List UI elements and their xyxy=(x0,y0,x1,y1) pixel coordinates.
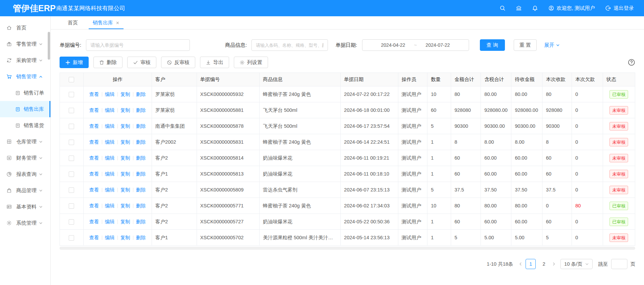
welcome-user[interactable]: 欢迎您, 测试用户 xyxy=(548,5,595,12)
row-action-view[interactable]: 查看 xyxy=(89,171,99,177)
date-range-input[interactable]: 2024-04-22 ~ 2024-07-22 xyxy=(362,39,469,51)
row-action-delete[interactable]: 删除 xyxy=(136,155,146,161)
row-action-view[interactable]: 查看 xyxy=(89,155,99,161)
bank-icon[interactable] xyxy=(516,5,522,11)
row-action-delete[interactable]: 删除 xyxy=(136,91,146,97)
row-checkbox[interactable] xyxy=(69,140,74,145)
close-icon[interactable] xyxy=(116,21,119,25)
sidebar-item-finance[interactable]: 财务管理 xyxy=(0,150,50,166)
unaudit-button[interactable]: 反审核 xyxy=(161,57,195,68)
table-horizontal-scrollbar[interactable] xyxy=(60,247,635,250)
row-checkbox[interactable] xyxy=(69,235,74,241)
row-action-copy[interactable]: 复制 xyxy=(120,155,130,161)
row-action-edit[interactable]: 编辑 xyxy=(105,91,115,97)
row-action-view[interactable]: 查看 xyxy=(89,107,99,113)
sidebar-item-system[interactable]: 系统管理 xyxy=(0,215,50,231)
row-action-view[interactable]: 查看 xyxy=(89,219,99,224)
next-page-icon[interactable] xyxy=(552,262,556,266)
row-action-edit[interactable]: 编辑 xyxy=(105,139,115,145)
row-action-copy[interactable]: 复制 xyxy=(120,235,130,240)
reset-button[interactable]: 重 置 xyxy=(514,39,537,51)
add-button[interactable]: 新增 xyxy=(60,57,89,68)
row-action-edit[interactable]: 编辑 xyxy=(105,123,115,129)
sidebar-item-home[interactable]: 首页 xyxy=(0,20,50,36)
row-checkbox[interactable] xyxy=(69,219,74,225)
row-action-delete[interactable]: 删除 xyxy=(136,139,146,145)
row-action-view[interactable]: 查看 xyxy=(89,123,99,129)
row-action-delete[interactable]: 删除 xyxy=(136,107,146,113)
page-button-1[interactable]: 1 xyxy=(526,259,536,269)
search-icon[interactable] xyxy=(499,5,506,11)
row-action-edit[interactable]: 编辑 xyxy=(105,187,115,192)
chevron-up-icon xyxy=(39,75,43,79)
action-divider xyxy=(102,236,102,240)
row-action-view[interactable]: 查看 xyxy=(89,187,99,192)
row-action-edit[interactable]: 编辑 xyxy=(105,203,115,208)
row-action-edit[interactable]: 编辑 xyxy=(105,235,115,240)
row-action-copy[interactable]: 复制 xyxy=(120,203,130,208)
row-action-edit[interactable]: 编辑 xyxy=(105,107,115,113)
row-actions: 查看编辑复制删除 xyxy=(83,230,152,246)
sidebar-item-retail[interactable]: 零售管理 xyxy=(0,36,50,52)
expand-link[interactable]: 展开 xyxy=(544,42,560,48)
row-action-view[interactable]: 查看 xyxy=(89,203,99,208)
sidebar-item-warehouse[interactable]: 仓库管理 xyxy=(0,134,50,150)
search-button[interactable]: 查 询 xyxy=(480,39,505,51)
bill-no-input[interactable] xyxy=(86,39,190,51)
help-icon[interactable] xyxy=(628,59,635,66)
row-checkbox[interactable] xyxy=(69,187,74,193)
gear-icon xyxy=(240,60,245,65)
delete-button[interactable]: 删除 xyxy=(93,57,123,68)
bell-icon[interactable] xyxy=(532,5,538,11)
row-action-edit[interactable]: 编辑 xyxy=(105,155,115,161)
sidebar-item-sales-order[interactable]: 销售订单 xyxy=(0,85,50,101)
export-button[interactable]: 导出 xyxy=(200,57,229,68)
sidebar-item-basic[interactable]: 基本资料 xyxy=(0,199,50,215)
row-checkbox[interactable] xyxy=(69,124,74,129)
row-action-copy[interactable]: 复制 xyxy=(120,187,130,192)
page-size-select[interactable]: 10 条/页 xyxy=(560,259,592,269)
row-action-copy[interactable]: 复制 xyxy=(120,219,130,224)
select-all-checkbox[interactable] xyxy=(69,77,74,82)
row-checkbox[interactable] xyxy=(69,203,74,209)
row-checkbox[interactable] xyxy=(69,92,74,97)
row-action-delete[interactable]: 删除 xyxy=(136,187,146,192)
sidebar-item-purchase[interactable]: 采购管理 xyxy=(0,52,50,68)
page-button-2[interactable]: 2 xyxy=(539,259,549,269)
logout-button[interactable]: 退出登录 xyxy=(605,5,634,12)
row-action-delete[interactable]: 删除 xyxy=(136,123,146,129)
button-label: 新增 xyxy=(73,59,83,66)
row-action-view[interactable]: 查看 xyxy=(89,139,99,145)
row-action-edit[interactable]: 编辑 xyxy=(105,171,115,177)
row-action-copy[interactable]: 复制 xyxy=(120,123,130,129)
jump-page-input[interactable] xyxy=(611,259,627,269)
row-checkbox[interactable] xyxy=(69,171,74,177)
row-action-copy[interactable]: 复制 xyxy=(120,171,130,177)
row-action-delete[interactable]: 删除 xyxy=(136,203,146,208)
sidebar-item-sales[interactable]: 销售管理 xyxy=(0,68,50,85)
row-checkbox[interactable] xyxy=(69,156,74,161)
sidebar-item-sales-return[interactable]: 销售退货 xyxy=(0,117,50,134)
tab-sales-outbound[interactable]: 销售出库 xyxy=(85,16,127,29)
row-action-edit[interactable]: 编辑 xyxy=(105,219,115,224)
sidebar-item-report[interactable]: 报表查询 xyxy=(0,166,50,182)
row-action-view[interactable]: 查看 xyxy=(89,235,99,240)
row-action-copy[interactable]: 复制 xyxy=(120,139,130,145)
product-info-input[interactable] xyxy=(251,39,328,51)
columns-button[interactable]: 列设置 xyxy=(234,57,268,68)
sidebar-scrollbar[interactable] xyxy=(48,32,50,60)
row-action-delete[interactable]: 删除 xyxy=(136,235,146,240)
audit-button[interactable]: 审核 xyxy=(127,57,156,68)
row-action-copy[interactable]: 复制 xyxy=(120,107,130,113)
row-action-delete[interactable]: 删除 xyxy=(136,219,146,224)
action-divider xyxy=(102,140,102,144)
row-action-view[interactable]: 查看 xyxy=(89,91,99,97)
row-action-copy[interactable]: 复制 xyxy=(120,91,130,97)
row-checkbox[interactable] xyxy=(69,108,74,113)
tab-home[interactable]: 首页 xyxy=(60,16,85,29)
row-action-delete[interactable]: 删除 xyxy=(136,171,146,177)
prev-page-icon[interactable] xyxy=(518,262,523,266)
sidebar-item-sales-outbound[interactable]: 销售出库 xyxy=(0,101,50,117)
chevron-down-icon xyxy=(556,43,560,47)
sidebar-item-product[interactable]: 商品管理 xyxy=(0,182,50,199)
